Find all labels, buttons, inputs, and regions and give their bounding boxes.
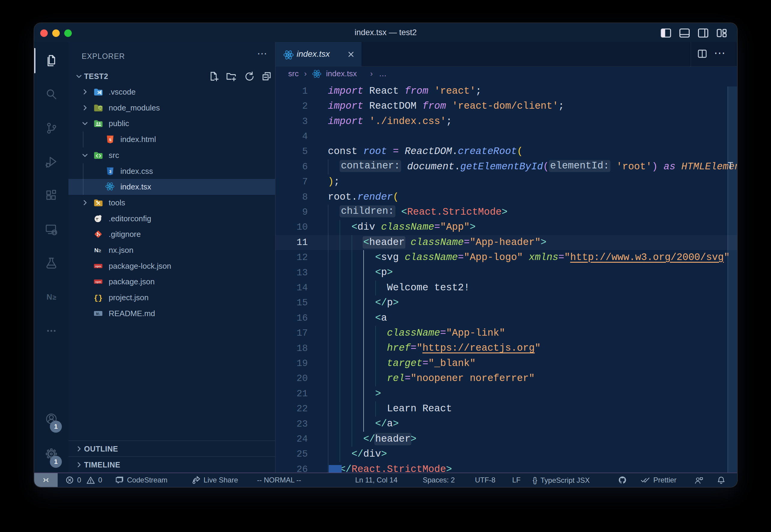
svg-text:npm: npm [95,280,101,283]
svg-text:M↓: M↓ [96,312,100,315]
svg-text:npm: npm [95,264,101,268]
svg-text:{}: {} [94,294,103,302]
svg-text:JS: JS [99,106,101,109]
svg-text:5: 5 [109,138,111,142]
svg-text:≥: ≥ [53,294,56,301]
svg-text:3: 3 [109,169,111,174]
svg-text:N: N [94,247,98,253]
svg-text:≥: ≥ [98,248,101,253]
svg-text:N: N [47,292,52,301]
